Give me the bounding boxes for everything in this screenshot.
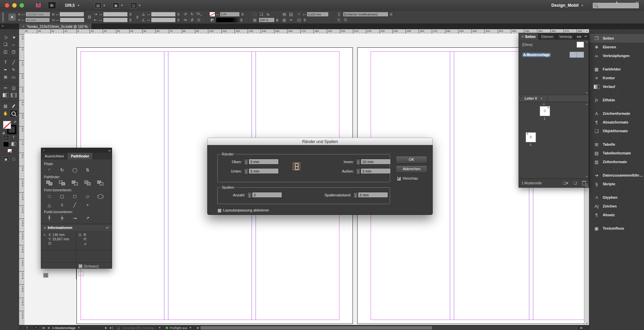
hand-tool[interactable]: ✋ — [2, 110, 10, 117]
dock-item-objektformate[interactable]: ❑Objektformate — [589, 127, 644, 135]
cc-sync-icon[interactable]: ϟ — [616, 0, 618, 5]
height-field[interactable] — [60, 17, 85, 22]
chevron-right-icon[interactable]: ▶ — [275, 17, 279, 22]
convert-polygon-button[interactable]: ◊ — [57, 201, 67, 208]
page-size-preset[interactable]: Letter V — [525, 97, 537, 100]
panel-menu-icon[interactable]: ▾≡ — [106, 226, 109, 229]
horizontal-scroll-thumb[interactable] — [200, 326, 432, 330]
line-tool[interactable]: ╱ — [10, 58, 18, 66]
ok-button[interactable]: OK — [396, 156, 427, 163]
swap-fill-stroke-icon[interactable]: ⇄ — [14, 120, 16, 124]
dock-item-tabellenformate[interactable]: ▤Tabellenformate — [589, 149, 644, 157]
stroke-type-dropdown[interactable] — [216, 17, 239, 22]
dock-group-grip[interactable] — [611, 31, 623, 33]
anzahl-input[interactable] — [252, 192, 282, 198]
zoom-level-dropdown[interactable]: 109,5 ▼ — [65, 3, 80, 8]
abbrechen-button[interactable]: Abbrechen — [396, 166, 427, 173]
chevron-down-icon[interactable]: ▼ — [176, 17, 180, 22]
dock-group-grip[interactable] — [611, 168, 623, 170]
gradient-feather-tool[interactable] — [10, 92, 18, 99]
content-placer-tool[interactable]: ◳ — [10, 48, 18, 55]
free-transform-tool[interactable]: ◲ — [10, 83, 18, 91]
chevron-down-icon[interactable]: ▼ — [389, 12, 393, 17]
tab-pathfinder[interactable]: Pathfinder — [67, 153, 93, 159]
page-select-dropdown[interactable]: A-Mustervorlage ▼ — [52, 326, 102, 330]
formatting-affects-text-button[interactable]: T — [11, 135, 16, 140]
workspace-switcher[interactable]: Design_Mobil ▼ — [551, 3, 584, 8]
eyedropper-tool[interactable] — [10, 101, 18, 109]
inset-field[interactable]: 4,233 mm — [307, 12, 329, 17]
note-tool[interactable]: ▤ — [2, 101, 10, 109]
corner-options-icon[interactable]: ⬚ — [252, 12, 258, 17]
break-link-style-icon[interactable]: ⎘ — [343, 17, 349, 22]
scissors-tool[interactable]: ✂ — [2, 83, 10, 91]
reverse-path-button[interactable]: ⇅ — [82, 167, 93, 173]
dock-group-grip[interactable] — [611, 221, 623, 223]
arrange-documents-menu[interactable]: ◫▼ — [130, 2, 141, 8]
tab-ebenen[interactable]: Ebenen — [539, 33, 556, 40]
info-panel-header[interactable]: ◇ Informationen ▾≡ — [41, 224, 112, 231]
reference-point-proxy[interactable] — [9, 14, 15, 20]
scroll-up-icon[interactable]: ▲ — [584, 30, 589, 32]
live-preflight-icon[interactable]: ↻ — [24, 326, 31, 330]
wrap-shape-icon[interactable]: ▥ — [281, 17, 287, 22]
dock-item-tabelle[interactable]: ⊞Tabelle — [589, 140, 644, 149]
preflight-status[interactable]: Preflight aus ▼ — [166, 326, 192, 330]
convert-rectangle-button[interactable]: □ — [44, 193, 55, 199]
shear-stepper[interactable]: ▲▼ — [147, 19, 150, 21]
scale-y-stepper[interactable]: ▲▼ — [99, 19, 102, 21]
dock-item-zeichenformate[interactable]: AZeichenformate — [589, 109, 644, 118]
flip-vertical-icon[interactable]: ⇵ — [189, 17, 195, 22]
dock-item-absatzformate[interactable]: ¶Absatzformate — [589, 118, 644, 127]
subtract-button[interactable] — [57, 180, 67, 186]
panel-menu-icon[interactable]: ▾≡ — [584, 35, 589, 38]
panel-drag-grip[interactable] — [2, 13, 4, 21]
scroll-up-icon[interactable]: ▲ — [586, 103, 588, 105]
select-container-icon[interactable]: ⌜P⌟ — [196, 12, 202, 17]
dock-item-verkn-pfungen[interactable]: ∞Verknüpfungen — [589, 51, 644, 60]
rotation-stepper[interactable]: ▲▼ — [147, 14, 150, 15]
scale-y-field[interactable] — [103, 17, 128, 22]
dock-item-zellenformate[interactable]: ▥Zellenformate — [589, 157, 644, 166]
dock-group-grip[interactable] — [611, 137, 623, 139]
formatting-affects-container-button[interactable]: □ — [3, 135, 9, 140]
preflight-doc-icon[interactable]: ❏, — [117, 326, 120, 330]
layoutanpassung-checkbox[interactable] — [217, 208, 222, 213]
previous-page-button[interactable]: ◀ — [47, 326, 49, 329]
exclude-overlap-button[interactable] — [82, 180, 93, 186]
close-document-icon[interactable]: × — [22, 25, 24, 28]
collapse-panel-icon[interactable]: ◂◂ — [108, 149, 110, 152]
wrap-none-icon[interactable]: ▤ — [281, 12, 287, 17]
last-page-button[interactable]: ▶ — [110, 326, 112, 329]
first-page-button[interactable]: ◀ — [42, 326, 45, 329]
join-path-button[interactable]: ◜ — [44, 167, 55, 173]
oben-stepper[interactable]: ▲▼ — [244, 159, 249, 165]
link-margins-icon[interactable] — [293, 162, 300, 170]
open-path-button[interactable]: ◯ — [69, 167, 80, 173]
shear-field[interactable] — [151, 17, 176, 22]
panel-grip[interactable] — [5, 30, 15, 32]
zoom-window-button[interactable] — [19, 3, 24, 8]
horizontal-scrollbar[interactable] — [200, 325, 579, 330]
splitter-grip[interactable] — [520, 96, 522, 100]
rectangle-tool[interactable]: ▭ — [10, 74, 18, 81]
flip-horizontal-icon[interactable]: ⇋ — [182, 17, 189, 22]
master-thumbnail[interactable] — [577, 42, 584, 48]
page-thumbnail-2[interactable]: A② — [526, 132, 536, 142]
spaltenabstand-input[interactable] — [358, 192, 388, 198]
dock-item-farbfelder[interactable]: ▦Farbfelder — [589, 65, 644, 74]
convert-orthogonal-line-button[interactable]: + — [82, 201, 93, 208]
scroll-down-icon[interactable]: ▼ — [584, 322, 589, 325]
close-window-button[interactable] — [5, 3, 9, 8]
chevron-down-icon[interactable]: ▼ — [128, 12, 132, 17]
resize-grip[interactable] — [585, 184, 588, 187]
object-style-dropdown[interactable]: [Einfacher Grafikrahmen] — [343, 12, 388, 17]
scroll-left-icon[interactable]: ◀ — [197, 326, 199, 329]
aussen-stepper[interactable]: ▲▼ — [356, 168, 361, 175]
default-fill-stroke-icon[interactable]: ◪ — [2, 131, 5, 134]
scroll-down-icon[interactable]: ▼ — [586, 92, 588, 94]
next-page-button[interactable]: ▶ — [105, 326, 107, 329]
unten-stepper[interactable]: ▲▼ — [244, 168, 249, 175]
constrain-proportions-icon[interactable]: ⛓︎ — [87, 15, 93, 20]
new-page-icon[interactable]: ❏ — [574, 181, 577, 185]
